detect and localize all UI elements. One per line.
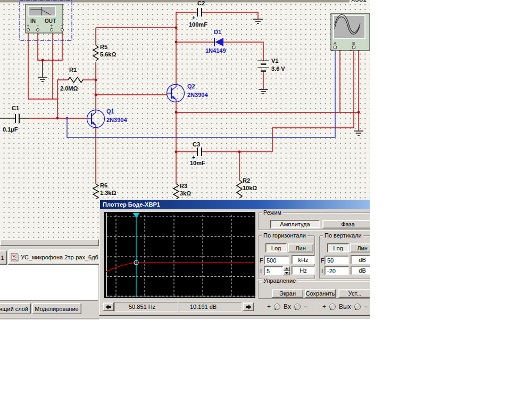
semiconductor-labels: Q1 2N3904 Q2 2N3904 D1 1N4149 <box>106 29 226 123</box>
horizontal-initial-label: I <box>260 268 262 274</box>
transistor-q1[interactable] <box>87 110 105 128</box>
svg-text:+: + <box>192 154 195 160</box>
label-r1-val: 2.0MΩ <box>60 85 78 92</box>
capacitor-c3[interactable] <box>197 148 202 156</box>
label-r5-ref: R5 <box>100 44 107 50</box>
out-label: Вых <box>339 303 351 310</box>
spreadsheet-panel[interactable] <box>0 265 98 301</box>
label-c1-ref: C1 <box>12 105 19 111</box>
label-c2-ref: C2 <box>197 0 205 6</box>
vertical-final-input[interactable] <box>325 256 349 265</box>
magnitude-button[interactable]: Амплитуда <box>270 220 320 228</box>
scope-channel-b-label: B <box>352 41 355 46</box>
label-q1-ref: Q1 <box>106 108 114 114</box>
bode-probe-icon[interactable]: IN OUT + − + − <box>20 1 72 40</box>
plot-cursor[interactable] <box>133 213 140 297</box>
horizontal-scrollbar[interactable] <box>0 239 99 246</box>
wire-black-net[interactable] <box>0 60 43 118</box>
out-plus-terminal[interactable] <box>329 304 336 310</box>
in-plus-terminal[interactable] <box>274 304 280 310</box>
vertical-group-label: По вертикали <box>323 232 363 239</box>
label-q2-val: 2N3904 <box>187 92 208 98</box>
label-d1-ref: D1 <box>214 29 221 35</box>
horizontal-lin-button[interactable]: Лин <box>288 243 313 252</box>
resistor-r2[interactable] <box>237 180 242 198</box>
sheet-tab-bar: 1 УС_микрофона 2тр-рах_6дб * <box>0 246 99 265</box>
junction-dots <box>41 27 360 153</box>
label-r6-ref: R6 <box>100 182 107 189</box>
in-minus-terminal[interactable] <box>294 304 301 310</box>
transistor-q2[interactable] <box>167 84 185 102</box>
bode-plot-graph <box>104 212 255 298</box>
resistor-r5[interactable] <box>93 45 98 61</box>
svg-text:+: + <box>350 48 352 53</box>
horizontal-axis-group: По горизонтали Log Лин F kHz I Hz <box>258 235 315 279</box>
label-v1-ref: V1 <box>271 58 278 64</box>
vertical-f-label: F <box>321 257 325 264</box>
status-tab-simulation-label: Моделирование <box>35 306 78 312</box>
bode-plotter-window[interactable]: Плоттер Боде-XBP1 Режим <box>99 199 386 316</box>
label-q1-val: 2N3904 <box>106 117 127 123</box>
sheet-tab-active[interactable]: УС_микрофона 2тр-рах_6дб * <box>8 249 101 265</box>
cursor-right-button[interactable] <box>243 302 254 311</box>
horizontal-initial-input[interactable] <box>264 266 283 275</box>
battery-v1[interactable] <box>257 61 269 71</box>
label-d1-val: 1N4149 <box>205 47 226 54</box>
oscilloscope-icon[interactable]: A B + − + − XSC1 <box>331 0 370 53</box>
sheet-icon <box>11 253 19 261</box>
capacitor-c2[interactable] <box>197 8 202 17</box>
label-r2-val: 10kΩ <box>243 185 257 191</box>
in-minus-label: − <box>304 303 307 310</box>
out-minus-label: − <box>364 303 368 310</box>
plot-axes <box>107 213 256 297</box>
status-tab-simulation[interactable]: Моделирование <box>32 303 81 314</box>
resistor-r6[interactable] <box>93 184 98 199</box>
svg-text:+: + <box>27 23 29 28</box>
bode-plot-display[interactable] <box>104 212 255 298</box>
frequency-readout: 50.851 Hz <box>114 302 178 312</box>
label-r2-ref: R2 <box>243 177 250 184</box>
screenshot-root: IN OUT + − + − A B <box>0 0 532 409</box>
save-button[interactable]: Сохранить <box>305 289 336 298</box>
bode-window-titlebar[interactable]: Плоттер Боде-XBP1 <box>100 200 386 209</box>
label-q2-ref: Q2 <box>187 83 195 89</box>
control-group-label: Управление <box>262 277 297 284</box>
label-r6-val: 1.3kΩ <box>100 190 116 196</box>
sheet-tab-label: УС_микрофона 2тр-рах_6дб * <box>21 254 101 260</box>
diode-d1[interactable] <box>214 38 223 46</box>
sheet-tab-cut[interactable]: 1 <box>0 250 7 265</box>
label-c2-val: 100mF <box>189 21 207 28</box>
label-c1-val: 0.1µF <box>3 126 18 133</box>
spinner-down-icon[interactable] <box>283 271 290 276</box>
screen-button[interactable]: Экран <box>272 289 303 298</box>
label-r5-val: 5.6kΩ <box>100 51 116 58</box>
bode-probe-in-label: IN <box>30 18 36 24</box>
vertical-initial-input[interactable] <box>325 266 349 275</box>
capacitor-c1[interactable] <box>15 114 19 123</box>
mode-group: Режим Амплитуда Фаза <box>258 212 384 230</box>
right-whitespace <box>370 0 532 409</box>
spinner-up-icon[interactable] <box>283 266 290 271</box>
mode-group-label: Режим <box>262 209 283 216</box>
label-c3-val: 10mF <box>190 160 205 166</box>
resistor-r1[interactable] <box>68 77 83 83</box>
horizontal-log-button[interactable]: Log <box>265 243 287 252</box>
label-r3-val: 3kΩ <box>180 190 191 197</box>
out-minus-terminal[interactable] <box>354 304 361 310</box>
cursor-left-button[interactable] <box>103 302 114 311</box>
horizontal-initial-unit: Hz <box>292 266 315 275</box>
scope-ref-label: XSC1 <box>351 0 367 3</box>
status-tab-layer[interactable]: ящий слой <box>0 303 31 314</box>
vertical-log-button[interactable]: Log <box>327 243 349 252</box>
horizontal-initial-spinner[interactable] <box>283 266 290 275</box>
vertical-initial-label: I <box>321 268 323 274</box>
resistor-r3[interactable] <box>173 184 179 199</box>
svg-text:+: + <box>331 48 334 53</box>
label-v1-val: 3.6 V <box>271 66 285 72</box>
horizontal-final-input[interactable] <box>264 256 289 265</box>
control-group: Управление Экран Сохранить Уст... <box>258 281 384 299</box>
sheet-tab-cut-label: 1 <box>1 255 4 261</box>
settings-button[interactable]: Уст... <box>338 289 371 298</box>
phase-button[interactable]: Фаза <box>322 220 373 228</box>
in-label: Вх <box>284 303 291 310</box>
